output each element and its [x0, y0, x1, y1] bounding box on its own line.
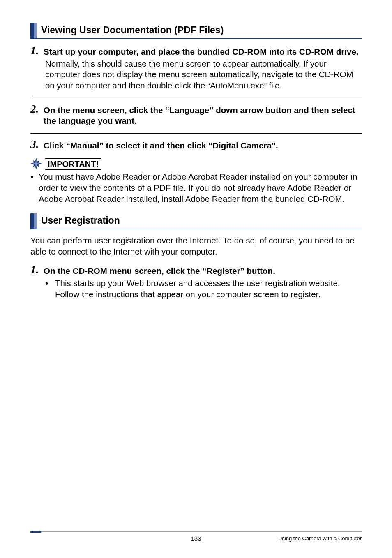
footer-context: Using the Camera with a Computer: [278, 535, 362, 542]
footer-rule: [30, 531, 362, 533]
s2-step-1: 1. On the CD-ROM menu screen, click the …: [30, 264, 362, 300]
heading-bar-inner: [34, 23, 37, 38]
step-number-1: 1.: [30, 45, 42, 56]
step-3: 3. Click “Manual” to select it and then …: [30, 139, 362, 151]
step-1-body: Normally, this should cause the menu scr…: [45, 58, 362, 91]
section-heading-user-registration: User Registration: [30, 213, 362, 229]
important-bullet: • You must have Adobe Reader or Adobe Ac…: [30, 171, 362, 204]
section-title: Viewing User Documentation (PDF Files): [41, 23, 224, 38]
important-bullet-text: You must have Adobe Reader or Adobe Acro…: [39, 171, 362, 204]
page-footer: 133 Using the Camera with a Computer: [30, 531, 362, 542]
step-2: 2. On the menu screen, click the “Langua…: [30, 103, 362, 127]
heading-bar-outer: [30, 23, 34, 38]
step-divider-1: [30, 98, 362, 98]
s2-step-1-title: On the CD-ROM menu screen, click the “Re…: [44, 264, 275, 277]
section-heading-viewing-docs: Viewing User Documentation (PDF Files): [30, 23, 362, 39]
page-number: 133: [191, 535, 201, 542]
s2-step-1-sub: • This starts up your Web browser and ac…: [45, 278, 362, 300]
step-divider-2: [30, 133, 362, 134]
heading-bar-outer: [30, 213, 34, 229]
important-label: IMPORTANT!: [45, 158, 101, 170]
step-number-2: 2.: [30, 103, 42, 115]
bullet-dot-icon: •: [45, 278, 53, 289]
step-1: 1. Start up your computer, and place the…: [30, 45, 362, 91]
section-title: User Registration: [41, 213, 120, 229]
important-heading-row: IMPORTANT!: [30, 158, 362, 170]
s2-step-1-sub-text: This starts up your Web browser and acce…: [55, 278, 362, 300]
heading-bar-inner: [34, 213, 37, 229]
step-1-title: Start up your computer, and place the bu…: [44, 45, 359, 58]
step-number-1: 1.: [30, 264, 42, 276]
step-2-title: On the menu screen, click the “Language”…: [44, 103, 362, 127]
bullet-dot-icon: •: [30, 171, 36, 183]
step-number-3: 3.: [30, 139, 42, 150]
user-registration-body: You can perform user registration over t…: [30, 235, 362, 257]
step-3-title: Click “Manual” to select it and then cli…: [44, 139, 278, 151]
important-star-icon: [30, 158, 42, 169]
